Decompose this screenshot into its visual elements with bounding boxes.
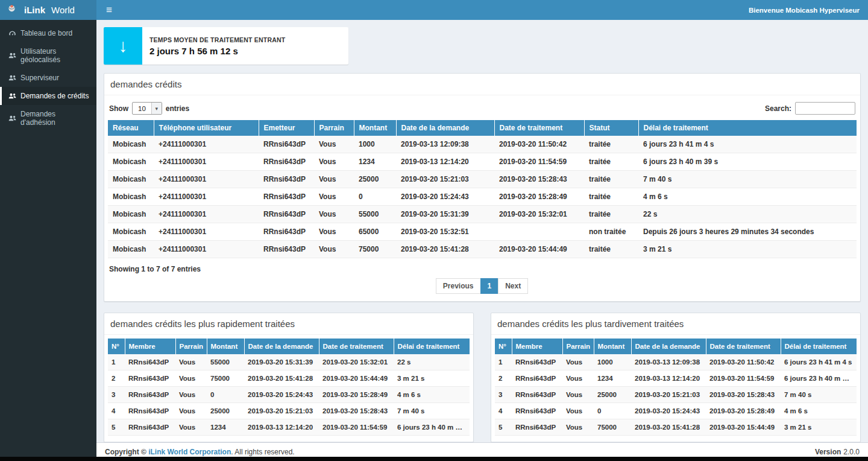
table-cell: RRnsi643dP xyxy=(512,354,562,370)
table-cell: +24111000301 xyxy=(154,241,259,258)
fastest-treated-panel: demandes crédits les plus rapidement tra… xyxy=(104,313,474,442)
pagination-page-1-button[interactable]: 1 xyxy=(480,278,499,294)
table-cell: Vous xyxy=(314,241,354,258)
table-row: Mobicash+24111000301RRnsi643dPVous123420… xyxy=(108,153,857,171)
table-cell: 2019-03-20 15:28:49 xyxy=(494,188,584,206)
column-header[interactable]: Délai de traitement xyxy=(638,120,857,136)
pagination-next-button[interactable]: Next xyxy=(498,278,528,294)
table-cell: RRnsi643dP xyxy=(125,354,175,370)
table-cell: 7 m 40 s xyxy=(394,403,470,419)
column-header[interactable]: Parrain xyxy=(314,120,354,136)
sidebar-item-label: Demandes d'adhésion xyxy=(20,110,92,127)
table-cell: 0 xyxy=(207,387,244,403)
brand-logo-area[interactable]: iLinkWorld xyxy=(0,0,96,20)
table-cell: 2019-03-20 15:21:03 xyxy=(244,403,319,419)
table-cell: 3 m 21 s xyxy=(781,419,857,436)
table-cell: 3 xyxy=(495,387,512,403)
table-cell: 2019-03-20 15:32:01 xyxy=(319,354,394,370)
table-body: 1RRnsi643dPVous10002019-03-13 12:09:3820… xyxy=(495,354,857,436)
version-value: 2.0.0 xyxy=(843,448,860,456)
column-header: Parrain xyxy=(175,339,207,354)
table-row: 2RRnsi643dPVous750002019-03-20 15:41:282… xyxy=(108,370,470,387)
infobox-value: 2 jours 7 h 56 m 12 s xyxy=(149,46,285,56)
table-cell: RRnsi643dP xyxy=(512,419,562,436)
pagination-previous-button[interactable]: Previous xyxy=(436,278,481,294)
column-header[interactable]: Montant xyxy=(354,120,396,136)
table-cell: +24111000301 xyxy=(154,153,259,171)
slowest-treated-table: N°MembreParrainMontantDate de la demande… xyxy=(495,339,857,436)
table-cell: 2019-03-20 11:50:42 xyxy=(494,136,584,153)
table-cell: 2019-03-20 15:28:43 xyxy=(319,403,394,419)
column-header[interactable]: Date de traitement xyxy=(494,120,584,136)
table-cell: Mobicash xyxy=(108,206,154,223)
table-cell: 1234 xyxy=(354,153,396,171)
sidebar-item-supervisor[interactable]: Superviseur xyxy=(0,69,96,87)
fastest-treated-table: N°MembreParrainMontantDate de la demande… xyxy=(108,339,470,436)
table-cell: 2019-03-13 12:14:20 xyxy=(244,419,319,436)
hamburger-icon: ≡ xyxy=(106,4,112,16)
sidebar-item-dashboard[interactable]: Tableau de bord xyxy=(0,24,96,42)
sidebar-item-label: Tableau de bord xyxy=(20,29,72,37)
sidebar-item-geolocated-users[interactable]: Utilisateurs géolocalisés xyxy=(0,42,96,69)
table-cell: 75000 xyxy=(354,241,396,258)
table-cell: Vous xyxy=(175,354,207,370)
column-header[interactable]: Date de la demande xyxy=(396,120,494,136)
credit-requests-panel: demandes crédits Show 10 ▾ entries Searc… xyxy=(104,73,861,302)
table-cell: 2019-03-20 15:31:39 xyxy=(396,206,494,223)
main-content-area: ↓ TEMPS MOYEN DE TRAITEMENT ENTRANT 2 jo… xyxy=(96,20,868,457)
table-cell: 6 jours 23 h 41 m 4 s xyxy=(781,354,857,370)
table-cell: 5 xyxy=(495,419,512,436)
company-link[interactable]: iLink World Corporation xyxy=(148,448,231,456)
table-cell: traitée xyxy=(584,136,638,153)
table-cell: RRnsi643dP xyxy=(512,403,562,419)
table-cell: Vous xyxy=(314,188,354,206)
table-cell: Mobicash xyxy=(108,153,154,171)
table-cell: 1234 xyxy=(594,370,631,387)
column-header[interactable]: Emetteur xyxy=(259,120,314,136)
search-input[interactable] xyxy=(795,102,855,115)
table-cell: RRnsi643dP xyxy=(125,370,175,387)
table-cell: Vous xyxy=(562,403,594,419)
table-cell: 4 m 6 s xyxy=(638,188,857,206)
entries-select[interactable]: 10 ▾ xyxy=(132,102,162,115)
table-row: Mobicash+24111000301RRnsi643dPVous750002… xyxy=(108,241,857,258)
table-cell: 7 m 40 s xyxy=(781,387,857,403)
table-cell: RRnsi643dP xyxy=(125,419,175,436)
column-header: Montant xyxy=(594,339,631,354)
table-cell: RRnsi643dP xyxy=(125,387,175,403)
table-cell: Vous xyxy=(175,370,207,387)
supervisor-icon xyxy=(8,74,16,82)
sidebar-item-credit-requests[interactable]: Demandes de crédits xyxy=(0,87,96,105)
sidebar-toggle-button[interactable]: ≡ xyxy=(96,0,122,20)
column-header[interactable]: Réseau xyxy=(108,120,154,136)
table-cell: 0 xyxy=(354,188,396,206)
table-cell: Vous xyxy=(175,419,207,436)
show-label: Show xyxy=(109,104,128,113)
column-header[interactable]: Téléphone utilisateur xyxy=(154,120,259,136)
table-row: 4RRnsi643dPVous02019-03-20 15:24:432019-… xyxy=(495,403,857,419)
table-summary: Showing 1 to 7 of 7 entries xyxy=(108,258,857,275)
table-cell: Mobicash xyxy=(108,223,154,241)
rights-text: . All rights reserved. xyxy=(231,448,294,456)
credit-requests-table: RéseauTéléphone utilisateurEmetteurParra… xyxy=(108,120,857,258)
column-header: Date de la demande xyxy=(631,339,706,354)
sidebar: Tableau de bord Utilisateurs géolocalisé… xyxy=(0,20,96,461)
table-cell: 2019-03-13 12:09:38 xyxy=(396,136,494,153)
column-header[interactable]: Statut xyxy=(584,120,638,136)
brand-name-light: World xyxy=(51,5,75,15)
table-cell: Vous xyxy=(314,223,354,241)
table-cell: 0 xyxy=(594,403,631,419)
table-cell: Vous xyxy=(562,370,594,387)
table-cell: non traitée xyxy=(584,223,638,241)
table-cell: 2019-03-20 15:21:03 xyxy=(631,387,706,403)
copyright-text: Copyright © iLink World Corporation. All… xyxy=(105,448,295,456)
sidebar-item-membership-requests[interactable]: Demandes d'adhésion xyxy=(0,105,96,132)
table-cell: RRnsi643dP xyxy=(125,403,175,419)
avg-incoming-treatment-infobox: ↓ TEMPS MOYEN DE TRAITEMENT ENTRANT 2 jo… xyxy=(104,27,348,65)
table-cell: 22 s xyxy=(638,206,857,223)
column-header: Parrain xyxy=(562,339,594,354)
table-row: 3RRnsi643dPVous02019-03-20 15:24:432019-… xyxy=(108,387,470,403)
app-logo-icon xyxy=(8,4,20,16)
table-cell: 2 xyxy=(495,370,512,387)
table-cell: 1234 xyxy=(207,419,244,436)
